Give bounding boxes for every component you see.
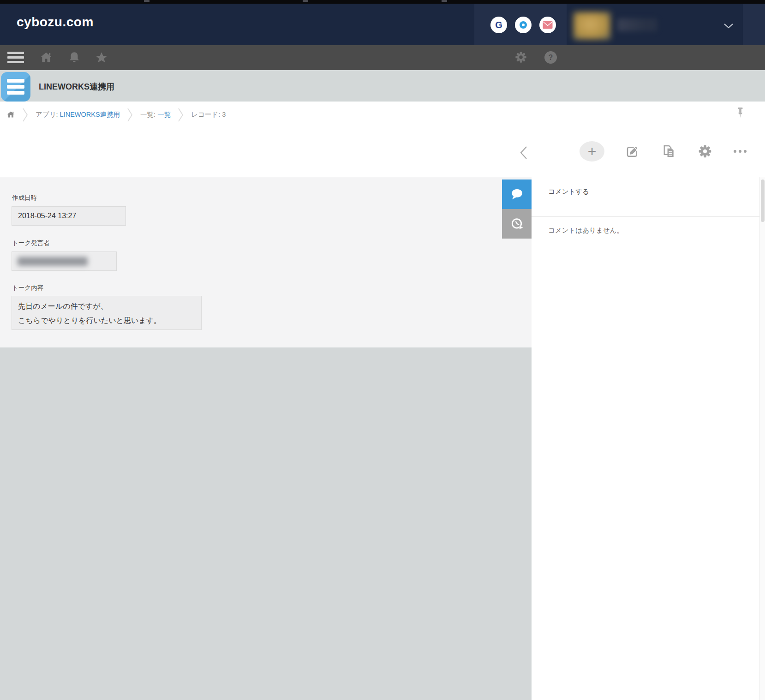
copy-icon [662, 144, 676, 159]
breadcrumb-separator-icon [178, 108, 184, 122]
breadcrumb-record-crumb: レコード: 3 [191, 110, 226, 119]
field-value-line: こちらでやりとりを行いたいと思います。 [18, 313, 195, 328]
breadcrumb: アプリ: LINEWORKS連携用 一覧: 一覧 レコード: 3 [0, 102, 765, 128]
favorites-star-icon[interactable] [95, 51, 108, 66]
kintone-service-icon[interactable] [515, 17, 532, 33]
field-value-box: 先日のメールの件ですが、 こちらでやりとりを行いたいと思います。 [12, 296, 202, 330]
edit-record-button[interactable] [626, 144, 640, 159]
garoon-letter: G [495, 20, 502, 30]
comment-bubble-icon [509, 187, 525, 201]
header-right-panel [743, 4, 765, 45]
help-question-mark: ? [549, 54, 553, 62]
breadcrumb-home-icon[interactable] [6, 110, 15, 119]
duplicate-record-button[interactable] [662, 144, 676, 159]
add-comment-link[interactable]: コメントする [548, 187, 589, 196]
field-label: トーク内容 [12, 284, 43, 292]
breadcrumb-app-prefix: アプリ: [36, 111, 60, 118]
no-comments-message: コメントはありません。 [548, 226, 623, 235]
tab-change-history[interactable] [502, 209, 532, 239]
ellipsis-icon [734, 150, 747, 153]
hamburger-menu-icon[interactable] [7, 52, 24, 64]
breadcrumb-view-link[interactable]: 一覧 [157, 111, 171, 118]
breadcrumb-separator-icon [127, 108, 133, 122]
browser-edge-strip [0, 0, 765, 4]
help-icon[interactable]: ? [544, 51, 557, 64]
field-value-box [12, 251, 117, 271]
breadcrumb-app-crumb: アプリ: LINEWORKS連携用 [36, 110, 120, 119]
sidebar-scrollbar-track[interactable] [759, 177, 765, 700]
app-title[interactable]: LINEWORKS連携用 [39, 81, 114, 92]
edit-pencil-icon [626, 144, 640, 159]
field-value: 2018-05-24 13:27 [18, 212, 76, 220]
ring-icon [520, 21, 527, 29]
comment-header-section: コメントする [532, 177, 765, 217]
app-icon-bar [7, 85, 24, 89]
breadcrumb-view-prefix: 一覧: [140, 111, 157, 118]
app-icon-bar [7, 79, 24, 83]
user-avatar[interactable] [574, 12, 610, 40]
plus-icon: + [588, 144, 597, 159]
home-icon[interactable] [39, 51, 53, 66]
cybozu-logo[interactable]: cybozu.com [17, 15, 94, 30]
field-value-box: 2018-05-24 13:27 [12, 206, 126, 226]
pin-icon[interactable] [736, 107, 744, 124]
browser-edge-tick [442, 0, 447, 2]
field-label: トーク発言者 [12, 239, 50, 247]
browser-edge-tick [144, 0, 149, 2]
settings-gear-icon[interactable] [514, 51, 527, 66]
account-menu-chevron-icon[interactable] [723, 22, 734, 30]
app-icon-bar [7, 91, 24, 95]
breadcrumb-view-crumb: 一覧: 一覧 [140, 110, 171, 119]
garoon-service-icon[interactable]: G [490, 17, 507, 33]
page-background [0, 347, 532, 700]
redacted-value [18, 257, 88, 266]
breadcrumb-app-link[interactable]: LINEWORKS連携用 [60, 111, 120, 118]
global-header: cybozu.com G [0, 4, 765, 45]
more-options-button[interactable] [734, 150, 747, 153]
breadcrumb-separator-icon [23, 108, 28, 122]
app-icon [1, 72, 30, 102]
add-record-button[interactable]: + [580, 141, 604, 162]
record-actions: + [580, 141, 747, 162]
notifications-bell-icon[interactable] [67, 51, 81, 66]
kintone-record-page: cybozu.com G [0, 0, 765, 700]
record-settings-button[interactable] [698, 144, 712, 159]
app-header-bar [0, 70, 765, 102]
field-value-line: 先日のメールの件ですが、 [18, 299, 195, 313]
mail-service-icon[interactable] [539, 17, 556, 33]
comment-sidebar: コメントする コメントはありません。 [532, 177, 765, 700]
gear-icon [698, 144, 712, 159]
user-name-redacted [617, 18, 657, 31]
tab-comments[interactable] [502, 179, 532, 209]
record-detail-panel: 作成日時 2018-05-24 13:27 トーク発言者 トーク内容 先日のメー… [0, 177, 532, 347]
sidebar-scrollbar-thumb[interactable] [761, 179, 765, 222]
history-icon [509, 216, 524, 231]
browser-edge-tick [303, 0, 308, 2]
back-chevron-icon[interactable] [520, 146, 528, 162]
field-label: 作成日時 [12, 194, 37, 202]
app-toolbar: ? [0, 45, 765, 70]
envelope-icon [543, 21, 553, 29]
